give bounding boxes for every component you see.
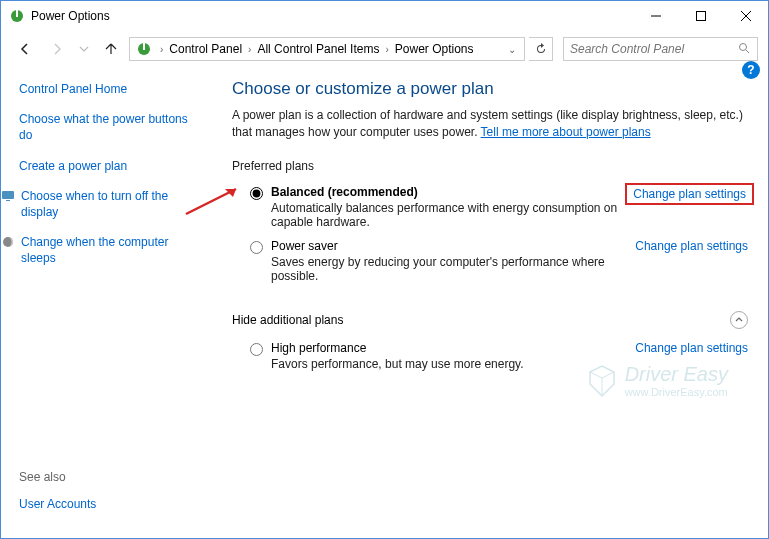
- svg-rect-11: [6, 200, 10, 201]
- app-icon: [9, 8, 25, 24]
- svg-point-8: [740, 43, 747, 50]
- svg-rect-3: [696, 12, 705, 21]
- recent-dropdown[interactable]: [75, 35, 93, 63]
- plan-high-performance: High performance Favors performance, but…: [232, 335, 748, 375]
- control-panel-home-link[interactable]: Control Panel Home: [19, 81, 204, 97]
- sleep-icon: [1, 235, 15, 249]
- balanced-name: Balanced (recommended): [271, 185, 631, 199]
- balanced-radio[interactable]: [250, 187, 263, 200]
- forward-button[interactable]: [43, 35, 71, 63]
- high-performance-desc: Favors performance, but may use more ene…: [271, 357, 635, 371]
- content-area: Control Panel Home Choose what the power…: [1, 67, 768, 538]
- create-power-plan-link[interactable]: Create a power plan: [19, 158, 204, 174]
- svg-rect-10: [2, 191, 14, 199]
- plan-balanced: Balanced (recommended) Automatically bal…: [232, 179, 748, 233]
- svg-rect-1: [16, 10, 18, 17]
- power-options-icon: [136, 41, 152, 57]
- maximize-button[interactable]: [678, 1, 723, 31]
- page-description: A power plan is a collection of hardware…: [232, 107, 748, 141]
- chevron-right-icon[interactable]: ›: [156, 44, 167, 55]
- refresh-button[interactable]: [529, 37, 553, 61]
- choose-power-buttons-link[interactable]: Choose what the power buttons do: [19, 111, 204, 143]
- chevron-down-icon[interactable]: ⌄: [504, 44, 520, 55]
- search-icon[interactable]: [738, 42, 751, 57]
- chevron-right-icon[interactable]: ›: [244, 44, 255, 55]
- preferred-plans-label: Preferred plans: [232, 159, 748, 173]
- tell-me-more-link[interactable]: Tell me more about power plans: [481, 125, 651, 139]
- hide-additional-label: Hide additional plans: [232, 311, 748, 329]
- address-bar[interactable]: › Control Panel › All Control Panel Item…: [129, 37, 525, 61]
- svg-rect-7: [143, 43, 145, 50]
- change-plan-high-performance[interactable]: Change plan settings: [635, 341, 748, 355]
- breadcrumb-all-items[interactable]: All Control Panel Items: [255, 42, 381, 56]
- minimize-button[interactable]: [633, 1, 678, 31]
- chevron-right-icon[interactable]: ›: [381, 44, 392, 55]
- collapse-button[interactable]: [730, 311, 748, 329]
- title-bar: Power Options: [1, 1, 768, 31]
- power-saver-desc: Saves energy by reducing your computer's…: [271, 255, 635, 283]
- main-panel: Choose or customize a power plan A power…: [216, 67, 768, 538]
- display-off-icon: [1, 189, 15, 203]
- search-input[interactable]: [570, 42, 738, 56]
- breadcrumb-power-options[interactable]: Power Options: [393, 42, 476, 56]
- balanced-desc: Automatically balances performance with …: [271, 201, 631, 229]
- change-plan-power-saver[interactable]: Change plan settings: [635, 239, 748, 253]
- sidebar: Control Panel Home Choose what the power…: [1, 67, 216, 538]
- close-button[interactable]: [723, 1, 768, 31]
- turn-off-display-link[interactable]: Choose when to turn off the display: [21, 188, 204, 220]
- high-performance-name: High performance: [271, 341, 635, 355]
- svg-line-9: [746, 50, 749, 53]
- window-title: Power Options: [31, 9, 633, 23]
- breadcrumb-control-panel[interactable]: Control Panel: [167, 42, 244, 56]
- nav-bar: › Control Panel › All Control Panel Item…: [1, 31, 768, 67]
- back-button[interactable]: [11, 35, 39, 63]
- user-accounts-link[interactable]: User Accounts: [19, 496, 204, 512]
- computer-sleeps-link[interactable]: Change when the computer sleeps: [21, 234, 204, 266]
- power-saver-radio[interactable]: [250, 241, 263, 254]
- see-also-label: See also: [19, 470, 204, 484]
- search-box[interactable]: [563, 37, 758, 61]
- plan-power-saver: Power saver Saves energy by reducing you…: [232, 233, 748, 287]
- change-plan-balanced[interactable]: Change plan settings: [625, 183, 754, 205]
- high-performance-radio[interactable]: [250, 343, 263, 356]
- power-saver-name: Power saver: [271, 239, 635, 253]
- page-heading: Choose or customize a power plan: [232, 79, 748, 99]
- up-button[interactable]: [97, 35, 125, 63]
